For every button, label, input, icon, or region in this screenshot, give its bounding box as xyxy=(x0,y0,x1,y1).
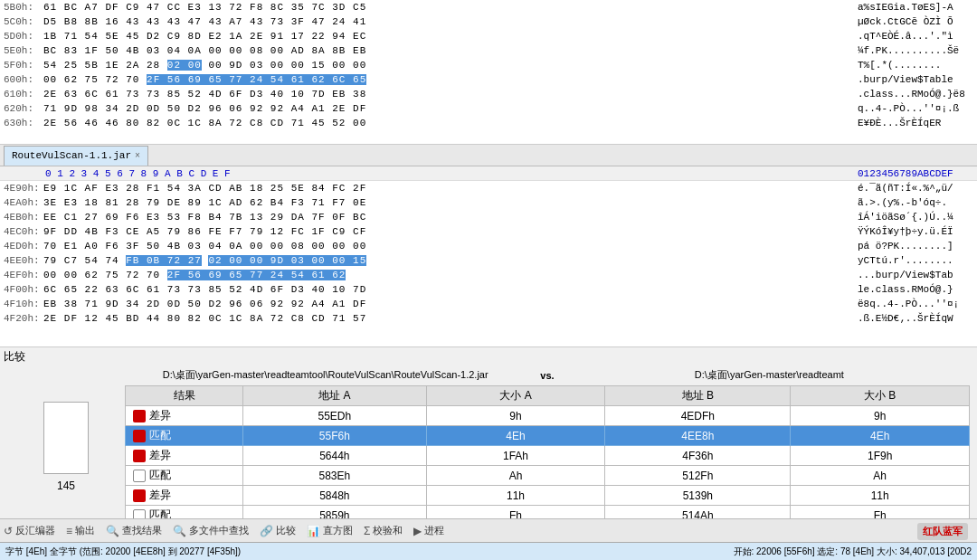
compare-cell-addrb: 4F36h xyxy=(605,446,791,466)
output-icon: ≡ xyxy=(66,525,72,537)
tab-label: RouteVulScan-1.1.jar xyxy=(12,150,131,161)
compare-table-row[interactable]: 差异 55EDh 9h 4EDFh 9h xyxy=(126,406,970,426)
compare-table-row[interactable]: 差异 5848h 11h 5139h 11h xyxy=(126,486,970,506)
watermark-text: 红队蓝军 xyxy=(923,526,963,536)
hex-row: 4EC0h: 9F DD 4B F3 CE A5 79 86 FE F7 79 … xyxy=(0,224,977,239)
compare-cell-sizeb: 1F9h xyxy=(791,446,970,466)
tab-routevulscan[interactable]: RouteVulScan-1.1.jar × xyxy=(4,146,148,166)
compare-cell-sizeb: 9h xyxy=(791,406,970,426)
toolbar-item-checksum[interactable]: Σ 校验和 xyxy=(364,524,403,537)
compare-cell-addrb: 4EE8h xyxy=(605,426,791,446)
compare-cell-addra: 5644h xyxy=(243,446,427,466)
status-bar: 字节 [4Eh] 全字节 (范围: 20200 [4EE8h] 到 20277 … xyxy=(0,542,977,560)
status-left: 字节 [4Eh] 全字节 (范围: 20200 [4EE8h] 到 20277 … xyxy=(5,546,734,558)
compare-side-panel: 145 xyxy=(7,394,125,499)
compare-cell-addra: 5848h xyxy=(243,486,427,506)
tab-close-button[interactable]: × xyxy=(135,151,140,161)
compare-label: 比较 xyxy=(0,347,977,366)
compare-path-a: D:\桌面\yarGen-master\readteamtool\RouteVu… xyxy=(125,368,526,382)
hex-row: 5B0h: 61 BC A7 DF C9 47 CC E3 13 72 F8 8… xyxy=(0,0,977,14)
hex-row: 610h: 2E 63 6C 61 73 73 85 52 4D 6F D3 4… xyxy=(0,87,977,101)
hex-header: 0 1 2 3 4 5 6 7 8 9 A B C D E F 01234567… xyxy=(0,166,977,181)
compare-table-row[interactable]: 差异 5644h 1FAh 4F36h 1F9h xyxy=(126,446,970,466)
compare-table-header: 结果 地址 A 大小 A 地址 B 大小 B xyxy=(126,386,970,406)
compare-cell-sizea: 9h xyxy=(426,406,605,426)
compare-cell-addrb: 512Fh xyxy=(605,466,791,486)
hex-row: 4EB0h: EE C1 27 69 F6 E3 53 F8 B4 7B 13 … xyxy=(0,210,977,224)
hex-row: 4EA0h: 3E E3 18 81 28 79 DE 89 1C AD 62 … xyxy=(0,195,977,210)
multifile-icon: 🔍 xyxy=(173,525,186,537)
compare-side-num: 145 xyxy=(57,479,75,492)
col-size-b: 大小 B xyxy=(791,386,970,406)
hex-row: 5C0h: D5 B8 8B 16 43 43 43 47 43 A7 43 7… xyxy=(0,14,977,29)
compare-cell-addrb: 5139h xyxy=(605,486,791,506)
hex-row: 5F0h: 54 25 5B 1E 2A 28 02 00 00 9D 03 0… xyxy=(0,58,977,72)
compare-vs: vs. xyxy=(526,370,568,381)
compare-path-b: D:\桌面\yarGen-master\readteamt xyxy=(569,368,970,382)
hex-row: 630h: 2E 56 46 46 80 82 0C 1C 8A 72 C8 C… xyxy=(0,116,977,130)
hex-editor-bottom: 0 1 2 3 4 5 6 7 8 9 A B C D E F 01234567… xyxy=(0,166,977,347)
hex-row: 4ED0h: 70 E1 A0 F6 3F 50 4B 03 04 0A 00 … xyxy=(0,239,977,253)
compare-cell-sizeb: 4Eh xyxy=(791,426,970,446)
compare-cell-result: 差异 xyxy=(126,406,243,426)
bottom-toolbar: ↺ 反汇编器 ≡ 输出 🔍 查找结果 🔍 多文件中查找 🔗 比较 📊 直方图 Σ… xyxy=(0,518,977,542)
compare-cell-addrb: 4EDFh xyxy=(605,406,791,426)
compare-table-row[interactable]: 匹配 583Eh Ah 512Fh Ah xyxy=(126,466,970,486)
compare-header-bar: 145 D:\桌面\yarGen-master\readteamtool\Rou… xyxy=(0,366,977,527)
output-label: 输出 xyxy=(75,524,95,537)
compare-cell-sizea: 11h xyxy=(426,486,605,506)
disasm-label: 反汇编器 xyxy=(15,524,55,537)
process-icon: ▶ xyxy=(413,525,422,537)
compare-cell-result: 差异 xyxy=(126,446,243,466)
compare-table-row[interactable]: 匹配 55F6h 4Eh 4EE8h 4Eh xyxy=(126,426,970,446)
compare-cell-sizea: 4Eh xyxy=(426,426,605,446)
compare-cell-sizea: Ah xyxy=(426,466,605,486)
toolbar-item-histogram[interactable]: 📊 直方图 xyxy=(307,524,353,537)
compare-label-btn: 比较 xyxy=(276,524,296,537)
hex-row: 4E90h: E9 1C AF E3 28 F1 54 3A CD AB 18 … xyxy=(0,181,977,195)
hex-row: 4F00h: 6C 65 22 63 6C 61 73 73 85 52 4D … xyxy=(0,282,977,297)
compare-cell-addra: 583Eh xyxy=(243,466,427,486)
toolbar-item-multifile[interactable]: 🔍 多文件中查找 xyxy=(173,524,249,537)
toolbar-item-findresult[interactable]: 🔍 查找结果 xyxy=(106,524,162,537)
tab-bar: RouteVulScan-1.1.jar × xyxy=(0,145,977,166)
toolbar-item-disasm[interactable]: ↺ 反汇编器 xyxy=(4,524,55,537)
histogram-icon: 📊 xyxy=(307,525,320,537)
compare-cell-result: 差异 xyxy=(126,486,243,506)
hex-rows-top: 5B0h: 61 BC A7 DF C9 47 CC E3 13 72 F8 8… xyxy=(0,0,977,130)
compare-cell-result: 匹配 xyxy=(126,466,243,486)
multifile-label: 多文件中查找 xyxy=(189,524,249,537)
hex-row: 600h: 00 62 75 72 70 2F 56 69 65 77 24 5… xyxy=(0,72,977,87)
compare-cell-sizeb: 11h xyxy=(791,486,970,506)
col-size-a: 大小 A xyxy=(426,386,605,406)
compare-section: 比较 145 D:\桌面\yarGen-master\readteamtool\… xyxy=(0,347,977,528)
compare-cell-result: 匹配 xyxy=(126,426,243,446)
checksum-label: 校验和 xyxy=(373,524,403,537)
histogram-label: 直方图 xyxy=(323,524,353,537)
status-right: 开始: 22006 [55F6h] 选定: 78 [4Eh] 大小: 34,40… xyxy=(734,546,972,558)
hex-row: 4EF0h: 00 00 62 75 72 70 2F 56 69 65 77 … xyxy=(0,268,977,282)
compare-cell-addra: 55F6h xyxy=(243,426,427,446)
toolbar-item-compare[interactable]: 🔗 比较 xyxy=(260,524,296,537)
compare-cell-sizeb: Ah xyxy=(791,466,970,486)
compare-cell-addra: 55EDh xyxy=(243,406,427,426)
toolbar-item-output[interactable]: ≡ 输出 xyxy=(66,524,95,537)
col-addr-b: 地址 B xyxy=(605,386,791,406)
hex-row: 5E0h: BC 83 1F 50 4B 03 04 0A 00 00 08 0… xyxy=(0,43,977,58)
col-addr-a: 地址 A xyxy=(243,386,427,406)
compare-icon: 🔗 xyxy=(260,525,273,537)
hex-row: 620h: 71 9D 98 34 2D 0D 50 D2 96 06 92 9… xyxy=(0,101,977,116)
toolbar-item-process[interactable]: ▶ 进程 xyxy=(413,524,444,537)
find-icon: 🔍 xyxy=(106,525,119,537)
compare-cell-sizea: 1FAh xyxy=(426,446,605,466)
findresult-label: 查找结果 xyxy=(122,524,162,537)
hex-row: 4F10h: EB 38 71 9D 34 2D 0D 50 D2 96 06 … xyxy=(0,297,977,311)
hex-row: 5D0h: 1B 71 54 5E 45 D2 C9 8D E2 1A 2E 9… xyxy=(0,29,977,43)
hex-row: 4F20h: 2E DF 12 45 BD 44 80 82 0C 1C 8A … xyxy=(0,311,977,326)
col-result: 结果 xyxy=(126,386,243,406)
compare-mini-view xyxy=(43,402,89,474)
disasm-icon: ↺ xyxy=(4,525,13,537)
hex-row: 4EE0h: 79 C7 54 74 FB 0B 72 27 02 00 00 … xyxy=(0,253,977,268)
watermark: 红队蓝军 xyxy=(917,523,968,540)
checksum-icon: Σ xyxy=(364,525,370,537)
